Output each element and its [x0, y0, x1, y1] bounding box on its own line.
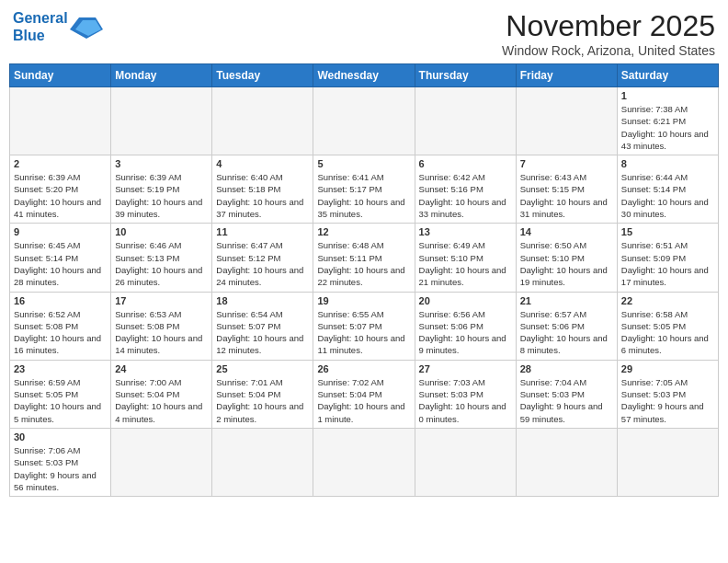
week-row-1: 2Sunrise: 6:39 AM Sunset: 5:20 PM Daylig…: [10, 155, 719, 224]
day-info: Sunrise: 6:40 AM Sunset: 5:18 PM Dayligh…: [216, 171, 309, 220]
day-info: Sunrise: 6:50 AM Sunset: 5:10 PM Dayligh…: [520, 239, 613, 288]
day-info: Sunrise: 6:42 AM Sunset: 5:16 PM Dayligh…: [419, 171, 512, 220]
calendar-cell: 11Sunrise: 6:47 AM Sunset: 5:12 PM Dayli…: [212, 224, 313, 292]
day-info: Sunrise: 7:38 AM Sunset: 6:21 PM Dayligh…: [621, 103, 714, 152]
calendar-cell: 17Sunrise: 6:53 AM Sunset: 5:08 PM Dayli…: [111, 292, 212, 360]
weekday-header-thursday: Thursday: [415, 64, 516, 87]
calendar-cell: 10Sunrise: 6:46 AM Sunset: 5:13 PM Dayli…: [111, 224, 212, 292]
weekday-header-tuesday: Tuesday: [212, 64, 313, 87]
logo-icon: [70, 13, 103, 40]
day-number: 15: [621, 226, 714, 237]
calendar-cell: [212, 428, 313, 496]
day-info: Sunrise: 6:51 AM Sunset: 5:09 PM Dayligh…: [621, 239, 714, 288]
day-number: 11: [216, 226, 309, 237]
week-row-3: 16Sunrise: 6:52 AM Sunset: 5:08 PM Dayli…: [10, 292, 719, 360]
day-info: Sunrise: 6:52 AM Sunset: 5:08 PM Dayligh…: [14, 308, 107, 357]
calendar-cell: 27Sunrise: 7:03 AM Sunset: 5:03 PM Dayli…: [415, 360, 516, 428]
day-number: 6: [419, 158, 512, 169]
day-info: Sunrise: 7:01 AM Sunset: 5:04 PM Dayligh…: [216, 376, 309, 425]
day-number: 21: [520, 295, 613, 306]
day-number: 23: [14, 363, 107, 374]
day-number: 2: [14, 158, 107, 169]
day-info: Sunrise: 6:39 AM Sunset: 5:19 PM Dayligh…: [115, 171, 208, 220]
day-info: Sunrise: 6:45 AM Sunset: 5:14 PM Dayligh…: [14, 239, 107, 288]
calendar-cell: 20Sunrise: 6:56 AM Sunset: 5:06 PM Dayli…: [415, 292, 516, 360]
calendar-cell: 24Sunrise: 7:00 AM Sunset: 5:04 PM Dayli…: [111, 360, 212, 428]
calendar-cell: 16Sunrise: 6:52 AM Sunset: 5:08 PM Dayli…: [10, 292, 111, 360]
weekday-header-sunday: Sunday: [10, 64, 111, 87]
day-number: 10: [115, 226, 208, 237]
day-number: 5: [317, 158, 410, 169]
day-number: 17: [115, 295, 208, 306]
day-number: 29: [621, 363, 714, 374]
calendar-cell: 9Sunrise: 6:45 AM Sunset: 5:14 PM Daylig…: [10, 224, 111, 292]
calendar: SundayMondayTuesdayWednesdayThursdayFrid…: [9, 63, 719, 497]
weekday-header-row: SundayMondayTuesdayWednesdayThursdayFrid…: [10, 64, 719, 87]
calendar-cell: 21Sunrise: 6:57 AM Sunset: 5:06 PM Dayli…: [516, 292, 617, 360]
calendar-cell: [617, 428, 718, 496]
day-info: Sunrise: 6:57 AM Sunset: 5:06 PM Dayligh…: [520, 308, 613, 357]
calendar-cell: [111, 87, 212, 155]
day-info: Sunrise: 6:55 AM Sunset: 5:07 PM Dayligh…: [317, 308, 410, 357]
week-row-2: 9Sunrise: 6:45 AM Sunset: 5:14 PM Daylig…: [10, 224, 719, 292]
day-info: Sunrise: 6:43 AM Sunset: 5:15 PM Dayligh…: [520, 171, 613, 220]
day-info: Sunrise: 6:56 AM Sunset: 5:06 PM Dayligh…: [419, 308, 512, 357]
week-row-5: 30Sunrise: 7:06 AM Sunset: 5:03 PM Dayli…: [10, 428, 719, 496]
day-info: Sunrise: 7:05 AM Sunset: 5:03 PM Dayligh…: [621, 376, 714, 425]
day-number: 20: [419, 295, 512, 306]
calendar-cell: 12Sunrise: 6:48 AM Sunset: 5:11 PM Dayli…: [313, 224, 415, 292]
day-info: Sunrise: 7:02 AM Sunset: 5:04 PM Dayligh…: [317, 376, 410, 425]
calendar-cell: [415, 87, 516, 155]
day-info: Sunrise: 6:53 AM Sunset: 5:08 PM Dayligh…: [115, 308, 208, 357]
calendar-cell: 19Sunrise: 6:55 AM Sunset: 5:07 PM Dayli…: [313, 292, 415, 360]
location-title: Window Rock, Arizona, United States: [502, 43, 715, 58]
logo-text: General Blue: [13, 9, 68, 44]
day-number: 4: [216, 158, 309, 169]
calendar-cell: 18Sunrise: 6:54 AM Sunset: 5:07 PM Dayli…: [212, 292, 313, 360]
calendar-cell: 15Sunrise: 6:51 AM Sunset: 5:09 PM Dayli…: [617, 224, 718, 292]
weekday-header-wednesday: Wednesday: [313, 64, 415, 87]
calendar-cell: [111, 428, 212, 496]
calendar-cell: [516, 87, 617, 155]
weekday-header-friday: Friday: [516, 64, 617, 87]
calendar-cell: [516, 428, 617, 496]
week-row-0: 1Sunrise: 7:38 AM Sunset: 6:21 PM Daylig…: [10, 87, 719, 155]
day-info: Sunrise: 7:04 AM Sunset: 5:03 PM Dayligh…: [520, 376, 613, 425]
calendar-cell: 3Sunrise: 6:39 AM Sunset: 5:19 PM Daylig…: [111, 155, 212, 224]
day-info: Sunrise: 6:46 AM Sunset: 5:13 PM Dayligh…: [115, 239, 208, 288]
day-info: Sunrise: 6:49 AM Sunset: 5:10 PM Dayligh…: [419, 239, 512, 288]
calendar-cell: 2Sunrise: 6:39 AM Sunset: 5:20 PM Daylig…: [10, 155, 111, 224]
calendar-cell: [313, 87, 415, 155]
calendar-cell: 13Sunrise: 6:49 AM Sunset: 5:10 PM Dayli…: [415, 224, 516, 292]
day-info: Sunrise: 6:54 AM Sunset: 5:07 PM Dayligh…: [216, 308, 309, 357]
calendar-cell: 1Sunrise: 7:38 AM Sunset: 6:21 PM Daylig…: [617, 87, 718, 155]
day-number: 25: [216, 363, 309, 374]
header: General Blue November 2025 Window Rock, …: [9, 9, 719, 58]
day-number: 30: [14, 431, 107, 442]
day-number: 7: [520, 158, 613, 169]
day-info: Sunrise: 6:39 AM Sunset: 5:20 PM Dayligh…: [14, 171, 107, 220]
day-number: 13: [419, 226, 512, 237]
calendar-cell: [415, 428, 516, 496]
calendar-cell: 26Sunrise: 7:02 AM Sunset: 5:04 PM Dayli…: [313, 360, 415, 428]
day-number: 19: [317, 295, 410, 306]
logo-general: General: [13, 10, 68, 26]
day-info: Sunrise: 7:00 AM Sunset: 5:04 PM Dayligh…: [115, 376, 208, 425]
day-info: Sunrise: 7:03 AM Sunset: 5:03 PM Dayligh…: [419, 376, 512, 425]
calendar-cell: 6Sunrise: 6:42 AM Sunset: 5:16 PM Daylig…: [415, 155, 516, 224]
day-info: Sunrise: 6:44 AM Sunset: 5:14 PM Dayligh…: [621, 171, 714, 220]
calendar-cell: 23Sunrise: 6:59 AM Sunset: 5:05 PM Dayli…: [10, 360, 111, 428]
logo: General Blue: [13, 9, 103, 44]
day-info: Sunrise: 6:58 AM Sunset: 5:05 PM Dayligh…: [621, 308, 714, 357]
weekday-header-monday: Monday: [111, 64, 212, 87]
day-info: Sunrise: 6:41 AM Sunset: 5:17 PM Dayligh…: [317, 171, 410, 220]
calendar-cell: [313, 428, 415, 496]
day-info: Sunrise: 6:48 AM Sunset: 5:11 PM Dayligh…: [317, 239, 410, 288]
calendar-cell: [212, 87, 313, 155]
calendar-cell: 30Sunrise: 7:06 AM Sunset: 5:03 PM Dayli…: [10, 428, 111, 496]
day-number: 9: [14, 226, 107, 237]
day-number: 8: [621, 158, 714, 169]
calendar-cell: 25Sunrise: 7:01 AM Sunset: 5:04 PM Dayli…: [212, 360, 313, 428]
day-number: 1: [621, 90, 714, 101]
calendar-cell: [10, 87, 111, 155]
